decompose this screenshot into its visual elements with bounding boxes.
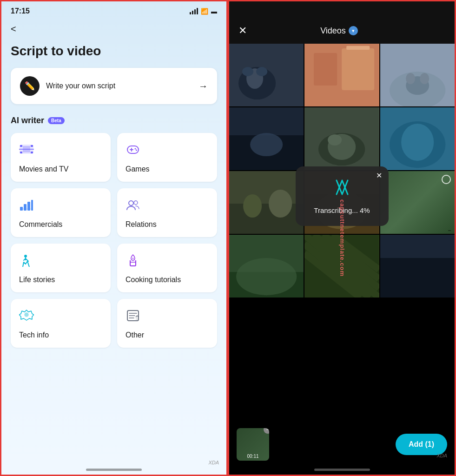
- selected-thumb-duration: 00:11: [247, 454, 258, 459]
- video-thumb-4[interactable]: 00:12: [229, 107, 304, 170]
- category-games[interactable]: Games: [117, 133, 217, 182]
- svg-rect-16: [20, 209, 33, 209]
- video-thumb-11[interactable]: 00:19: [304, 235, 379, 298]
- svg-point-32: [256, 67, 267, 76]
- commercials-icon: [19, 198, 102, 215]
- transcribe-close-button[interactable]: ✕: [376, 171, 382, 180]
- ai-writer-section: AI writer Beta: [1, 116, 226, 126]
- video-thumb-7[interactable]: 00:3: [229, 171, 304, 234]
- script-label: Write your own script: [46, 82, 192, 90]
- script-card[interactable]: ✏️ Write your own script →: [11, 68, 217, 104]
- videos-title-text: Videos: [320, 26, 346, 36]
- videos-title[interactable]: Videos ▾: [320, 26, 358, 36]
- arrow-icon: →: [198, 81, 208, 92]
- svg-point-22: [132, 258, 134, 259]
- commercials-label: Commercials: [19, 220, 102, 229]
- right-panel: ✕ Videos ▾ 00:15 00:33: [228, 0, 456, 476]
- add-button[interactable]: Add (1): [396, 434, 447, 455]
- video-thumb-10[interactable]: 00:34: [229, 235, 304, 298]
- tech-icon: [19, 309, 102, 325]
- wifi-icon: 📶: [201, 8, 208, 15]
- svg-point-48: [328, 134, 342, 145]
- selected-video-thumb[interactable]: 00:11 −: [237, 428, 269, 461]
- back-icon: <: [11, 24, 16, 34]
- category-other[interactable]: Other: [117, 299, 217, 348]
- life-label: Life stories: [19, 276, 102, 284]
- svg-rect-53: [229, 204, 304, 234]
- svg-rect-2: [31, 145, 33, 147]
- categories-grid: Movies and TV Games: [1, 133, 226, 357]
- svg-point-31: [242, 67, 253, 76]
- games-label: Games: [126, 165, 209, 173]
- svg-point-54: [243, 194, 262, 218]
- video-thumb-5[interactable]: 00:48: [304, 107, 379, 170]
- svg-rect-34: [342, 48, 374, 90]
- svg-point-51: [401, 124, 434, 161]
- svg-point-18: [134, 201, 138, 205]
- category-cooking[interactable]: Cooking tutorials: [117, 244, 217, 292]
- left-panel: 17:15 📶 ▬ < Script to video ✏️ Write you…: [0, 0, 228, 476]
- watermark-left: XDA: [208, 460, 219, 465]
- transcribe-text: Transcribing... 4%: [310, 206, 375, 214]
- video-thumb-9[interactable]: [380, 171, 455, 234]
- category-life[interactable]: Life stories: [11, 244, 111, 292]
- svg-rect-35: [347, 46, 370, 50]
- category-tech[interactable]: Tech info: [11, 299, 111, 348]
- status-time: 17:15: [11, 7, 30, 15]
- transcribe-popup: ✕ Transcribing... 4%: [296, 166, 389, 226]
- other-icon: [126, 309, 209, 325]
- cooking-label: Cooking tutorials: [126, 276, 209, 284]
- svg-point-10: [135, 148, 136, 150]
- svg-rect-71: [380, 258, 455, 298]
- svg-rect-14: [27, 202, 30, 211]
- status-icons: 📶 ▬: [190, 8, 217, 15]
- relations-label: Relations: [126, 220, 209, 229]
- svg-point-61: [236, 258, 297, 295]
- category-movies[interactable]: Movies and TV: [11, 133, 111, 182]
- video-thumb-3[interactable]: 00:34: [380, 44, 455, 106]
- svg-rect-36: [314, 53, 337, 86]
- select-circle-9[interactable]: [442, 175, 451, 184]
- svg-rect-13: [24, 204, 26, 211]
- svg-point-11: [136, 150, 137, 151]
- video-thumb-1[interactable]: 00:15: [229, 44, 304, 106]
- tech-label: Tech info: [19, 331, 102, 339]
- svg-point-40: [406, 73, 415, 84]
- other-label: Other: [126, 331, 209, 339]
- signal-icon: [190, 8, 198, 14]
- svg-point-41: [420, 73, 429, 84]
- watermark-right: XDA: [436, 453, 447, 458]
- edit-icon: ✏️: [20, 76, 40, 96]
- svg-point-23: [25, 313, 28, 317]
- ai-writer-text: AI writer: [11, 116, 44, 126]
- close-button[interactable]: ✕: [238, 25, 247, 37]
- ai-writer-label: AI writer Beta: [11, 116, 217, 126]
- duration-9: [448, 230, 451, 231]
- status-bar: 17:15 📶 ▬: [1, 1, 226, 19]
- svg-rect-3: [20, 152, 22, 153]
- battery-icon: ▬: [211, 8, 217, 15]
- back-button[interactable]: <: [1, 19, 226, 39]
- dropdown-arrow[interactable]: ▾: [349, 26, 358, 35]
- page-title: Script to video: [1, 39, 226, 68]
- svg-rect-1: [20, 145, 22, 147]
- category-relations[interactable]: Relations: [117, 188, 217, 237]
- relations-icon: [126, 198, 209, 215]
- cooking-icon: [126, 254, 209, 270]
- video-thumb-6[interactable]: 1 00:11: [380, 107, 455, 170]
- category-commercials[interactable]: Commercials: [11, 188, 111, 237]
- video-header: ✕ Videos ▾: [229, 1, 455, 44]
- home-indicator: [86, 469, 142, 471]
- svg-point-19: [24, 255, 27, 258]
- games-icon: [126, 143, 209, 159]
- selected-bar: 00:11 − Add (1): [229, 423, 455, 475]
- video-thumb-12[interactable]: [380, 235, 455, 298]
- movies-label: Movies and TV: [19, 165, 102, 173]
- movies-icon: [19, 143, 102, 159]
- svg-rect-69: [304, 235, 379, 298]
- svg-point-44: [250, 133, 283, 156]
- life-icon: [19, 254, 102, 270]
- dropdown-icon: ▾: [352, 28, 355, 34]
- beta-badge: Beta: [48, 117, 65, 124]
- video-thumb-2[interactable]: 00:33: [304, 44, 379, 106]
